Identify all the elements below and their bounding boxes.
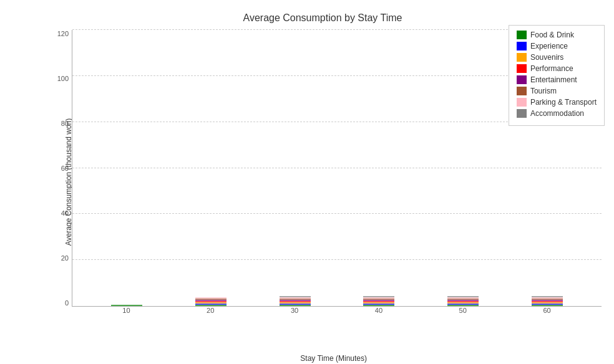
legend-color-swatch: [517, 64, 527, 73]
bar-segment: [280, 305, 311, 306]
legend-item-label: Performance: [530, 64, 573, 73]
bar-group: [363, 296, 394, 306]
y-tick-40: 40: [61, 209, 69, 217]
legend-item-label: Tourism: [530, 87, 557, 95]
legend-color-swatch: [517, 75, 527, 84]
legend-item-label: Experience: [530, 42, 568, 50]
legend-item-label: Parking & Transport: [530, 98, 597, 107]
legend-item-label: Accommodation: [530, 109, 584, 118]
bar-segment: [195, 305, 227, 306]
chart-title: Average Consumption by Stay Time: [44, 12, 602, 24]
x-tick-50: 50: [447, 307, 479, 314]
x-axis-label: Stay Time (Minutes): [300, 354, 367, 363]
y-tick-80: 80: [61, 120, 69, 127]
legend-item-label: Food & Drink: [530, 31, 574, 39]
bar-group: [111, 305, 142, 306]
x-tick-20: 20: [195, 307, 226, 314]
legend-color-swatch: [517, 53, 527, 62]
legend-color-swatch: [517, 98, 527, 107]
legend-item-label: Souvenirs: [530, 53, 563, 62]
legend-item-label: Entertainment: [530, 75, 577, 84]
legend-item: Food & Drink: [517, 31, 597, 39]
legend-item: Tourism: [517, 87, 597, 95]
bar-segment: [363, 305, 394, 306]
y-tick-120: 120: [57, 30, 69, 37]
chart-container: Average Consumption by Stay Time Average…: [0, 0, 614, 364]
x-axis-labels: 10 20 30 40 50 60: [72, 307, 602, 325]
legend-item: Experience: [517, 42, 597, 50]
x-tick-60: 60: [532, 307, 563, 314]
bar-group: [447, 296, 479, 306]
x-tick-30: 30: [279, 307, 310, 314]
y-tick-20: 20: [61, 254, 69, 262]
legend-item: Souvenirs: [517, 53, 597, 62]
legend-item: Accommodation: [517, 109, 597, 118]
bar-segment: [111, 305, 142, 306]
legend-color-swatch: [517, 109, 527, 118]
legend-item: Entertainment: [517, 75, 597, 84]
x-tick-40: 40: [363, 307, 394, 314]
bar-group: [532, 296, 563, 306]
legend-item: Performance: [517, 64, 597, 73]
y-axis: 0 20 40 60 80 100 120: [44, 30, 72, 307]
bar-group: [280, 296, 311, 306]
y-tick-0: 0: [65, 299, 69, 307]
legend-color-swatch: [517, 87, 527, 95]
y-tick-100: 100: [57, 75, 69, 82]
legend-color-swatch: [517, 42, 527, 50]
bar-group: [195, 297, 227, 306]
y-tick-60: 60: [61, 165, 69, 172]
bar-segment: [532, 305, 563, 306]
x-tick-10: 10: [110, 307, 142, 314]
legend: Food & Drink Experience Souvenirs Perfor…: [509, 25, 605, 126]
legend-item: Parking & Transport: [517, 98, 597, 107]
legend-color-swatch: [517, 31, 527, 39]
bar-segment: [447, 305, 479, 306]
